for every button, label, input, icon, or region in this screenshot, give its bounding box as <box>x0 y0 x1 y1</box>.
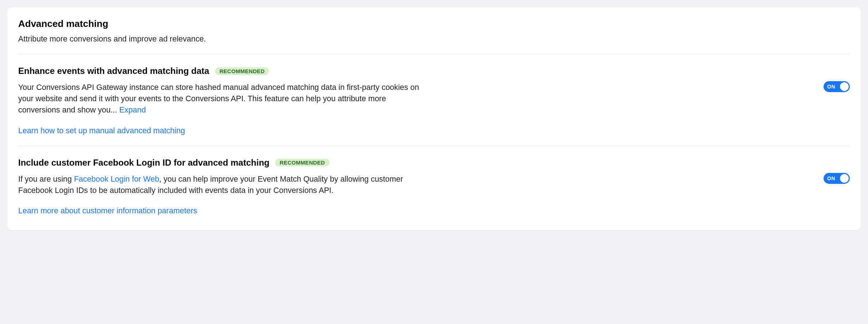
toggle-label: ON <box>827 175 835 181</box>
learn-parameters-link[interactable]: Learn more about customer information pa… <box>18 206 197 216</box>
toggle-label: ON <box>827 84 835 90</box>
settings-card: Advanced matching Attribute more convers… <box>7 7 861 230</box>
section-title: Advanced matching <box>18 18 850 29</box>
toggle-wrap: ON <box>824 158 850 184</box>
setting-heading: Include customer Facebook Login ID for a… <box>18 158 269 168</box>
setting-heading: Enhance events with advanced matching da… <box>18 66 209 76</box>
divider <box>18 146 850 146</box>
toggle-wrap: ON <box>824 66 850 92</box>
recommended-badge: RECOMMENDED <box>275 159 329 166</box>
login-id-toggle[interactable]: ON <box>824 173 850 184</box>
facebook-login-web-link[interactable]: Facebook Login for Web <box>74 175 159 183</box>
description-text: Your Conversions API Gateway instance ca… <box>18 83 419 114</box>
setting-content: Enhance events with advanced matching da… <box>18 66 419 135</box>
toggle-knob <box>840 174 849 183</box>
setting-content: Include customer Facebook Login ID for a… <box>18 158 419 216</box>
setting-enhance-events: Enhance events with advanced matching da… <box>18 66 850 135</box>
divider <box>18 54 850 54</box>
toggle-knob <box>840 82 849 91</box>
enhance-events-toggle[interactable]: ON <box>824 81 850 92</box>
setting-heading-row: Include customer Facebook Login ID for a… <box>18 158 419 168</box>
setting-description: If you are using Facebook Login for Web,… <box>18 174 419 196</box>
recommended-badge: RECOMMENDED <box>215 67 269 75</box>
learn-matching-link[interactable]: Learn how to set up manual advanced matc… <box>18 126 185 135</box>
setting-description: Your Conversions API Gateway instance ca… <box>18 82 419 116</box>
setting-include-login-id: Include customer Facebook Login ID for a… <box>18 158 850 216</box>
section-subtitle: Attribute more conversions and improve a… <box>18 35 850 44</box>
description-before-link: If you are using <box>18 175 74 183</box>
expand-link[interactable]: Expand <box>119 106 146 114</box>
setting-heading-row: Enhance events with advanced matching da… <box>18 66 419 76</box>
